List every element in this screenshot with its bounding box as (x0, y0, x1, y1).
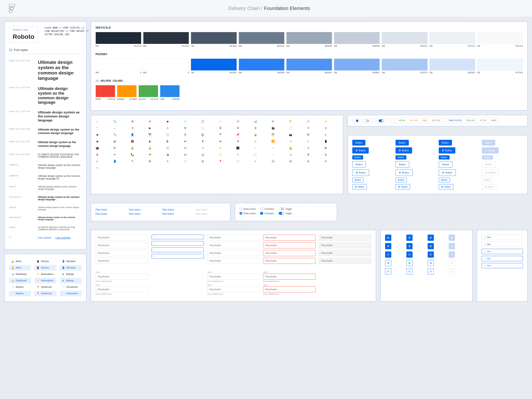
button-0-5[interactable]: Button (352, 178, 364, 182)
swatch-helper-ERROR[interactable]: ERROR#F44336 (95, 85, 115, 100)
plain-button[interactable]: Plain button (196, 208, 226, 212)
plain-buttons-frame[interactable]: Plain buttonPlain buttonPlain buttonPlai… (91, 203, 230, 221)
icon-40[interactable]: ⦿ (306, 133, 310, 136)
icon-11[interactable]: 📁 (289, 120, 292, 123)
icon-4[interactable]: ◆ (166, 120, 169, 123)
button-3-2[interactable]: Button (482, 155, 493, 159)
text-input[interactable] (319, 242, 371, 248)
icon-93[interactable]: ✓ (254, 159, 257, 163)
icon-button-16[interactable]: ⊙ (385, 268, 391, 274)
icon-49[interactable]: ≫ (218, 139, 222, 143)
toggle-off[interactable]: Toggle (279, 208, 292, 210)
text-input[interactable] (95, 258, 148, 264)
icon-70[interactable]: ⊗ (95, 153, 99, 156)
icon-47[interactable]: ≪ (184, 139, 187, 143)
icon-36[interactable]: 📌 (236, 133, 240, 136)
icon-87[interactable]: ⚙ (148, 159, 152, 163)
icon-88[interactable]: ≡ (166, 159, 169, 163)
link-underline[interactable]: Link underline (55, 236, 71, 239)
menu-item-settings[interactable]: ⚙Settings (60, 271, 82, 277)
icon-buttons-frame[interactable]: ⊕⊕⊕⊕⊕⊕⊕⊕⊙⊙⊙⊙⊕⊕⊕⊕⊙⊙⊙⊙ (380, 230, 472, 302)
button-3-6[interactable]: Button (482, 184, 497, 190)
icon-82[interactable]: ⬇ (306, 153, 310, 156)
text-input[interactable] (207, 235, 260, 241)
box-item[interactable]: ⬚Box (481, 256, 523, 261)
icon-98[interactable]: + (95, 166, 99, 170)
icon-85[interactable]: 👤 (113, 159, 117, 163)
icon-button-11[interactable]: ⊙ (449, 252, 455, 258)
icon-5[interactable]: 📄 (184, 120, 187, 123)
menu-item-geofences[interactable]: 📍Geofences (34, 284, 56, 290)
text-input-labeled[interactable] (207, 286, 260, 292)
swatch-greyscale-200[interactable]: 200#F2F2F2 (429, 32, 475, 47)
swatch-greyscale-700[interactable]: 700#8C8C8C (191, 32, 237, 47)
plain-button[interactable]: Plain button (95, 212, 126, 216)
plain-button[interactable]: Plain button (129, 208, 159, 212)
menu-item-devices[interactable]: 📱Devices (34, 265, 56, 271)
icon-button-13[interactable]: ⊕ (406, 260, 412, 266)
box-item[interactable]: ⬚Box (481, 249, 523, 254)
icon-16[interactable]: ✕ (131, 126, 134, 130)
box-item[interactable]: ⬚Box (481, 263, 523, 268)
icon-18[interactable]: ⚠ (166, 126, 169, 130)
icon-button-10[interactable]: ⊙ (428, 252, 434, 258)
icon-8[interactable]: ⓘ (236, 120, 240, 123)
icon-46[interactable]: 🗑 (166, 139, 169, 143)
toggle-chip[interactable] (362, 118, 371, 123)
icon-13[interactable]: ⚡ (324, 120, 328, 123)
icon-button-18[interactable]: ⊙ (428, 268, 434, 274)
menu-item-automations[interactable]: ⚡Automations (34, 271, 56, 277)
menu-item-documents[interactable]: 📄Documents (60, 284, 82, 290)
icon-92[interactable]: ⬚ (236, 159, 240, 163)
icon-button-12[interactable]: ⊕ (385, 260, 391, 266)
icon-28[interactable]: ◉ (95, 133, 99, 136)
icon-15[interactable]: ⌄ (113, 126, 117, 130)
icon-38[interactable]: ⏰ (271, 133, 275, 136)
icon-44[interactable]: 🔇 (131, 139, 134, 143)
text-input-labeled[interactable] (95, 274, 148, 279)
icon-21[interactable]: ☰ (218, 126, 222, 130)
icon-9[interactable]: 📊 (254, 120, 257, 123)
plain-button[interactable]: Plain button (129, 212, 159, 216)
text-input[interactable] (151, 247, 204, 252)
icon-79[interactable]: ⬚ (254, 153, 257, 156)
text-input-labeled[interactable] (263, 274, 316, 279)
icon-69[interactable]: ⊞ (324, 146, 328, 150)
icon-34[interactable]: 🏠 (201, 133, 204, 136)
plain-button[interactable]: Plain button (95, 208, 126, 212)
text-input[interactable] (95, 235, 148, 241)
icon-57[interactable]: 👁 (113, 146, 117, 150)
icon-button-4[interactable]: ⊕ (385, 243, 391, 249)
button-2-4[interactable]: Button (439, 169, 456, 176)
text-input[interactable] (263, 258, 316, 264)
button-3-1[interactable]: Button (482, 147, 499, 153)
button-3-5[interactable]: Button (482, 178, 493, 182)
button-1-1[interactable]: Button (395, 147, 412, 153)
icon-58[interactable]: 🔒 (131, 146, 134, 150)
icon-59[interactable]: 🔓 (148, 146, 152, 150)
menu-item-dashboard[interactable]: 📊Dashboard (9, 271, 31, 277)
icon-86[interactable]: ✎ (131, 159, 134, 163)
button-2-0[interactable]: Button (439, 140, 452, 146)
icon-22[interactable]: ⬇ (236, 126, 240, 130)
icon-button-5[interactable]: ⊕ (406, 243, 412, 249)
icon-73[interactable]: 👁 (148, 153, 152, 156)
plain-button[interactable]: Plain button (162, 208, 192, 212)
icon-52[interactable]: 📶 (271, 139, 275, 143)
text-input[interactable] (207, 250, 260, 256)
icon-35[interactable]: 📍 (218, 133, 222, 136)
icon-61[interactable]: 🏷 (184, 146, 187, 150)
button-2-2[interactable]: Button (439, 155, 450, 159)
button-2-1[interactable]: Button (439, 147, 455, 153)
button-1-2[interactable]: Button (395, 155, 406, 159)
button-1-4[interactable]: Button (395, 169, 412, 176)
menu-item-alerts[interactable]: 🔔Alerts (9, 265, 31, 271)
button-1-5[interactable]: Button (395, 178, 407, 182)
icon-68[interactable]: ↪ (306, 146, 310, 150)
text-input[interactable] (151, 254, 204, 259)
icon-29[interactable]: 🔍 (113, 133, 117, 136)
text-input[interactable] (263, 250, 316, 256)
icon-button-17[interactable]: ⊙ (406, 268, 412, 274)
colors-frame[interactable]: GREYSCALE900#1F2529800#25292E700#8C8C8C6… (91, 21, 528, 111)
menu-item-members[interactable]: 👤Members (60, 259, 82, 264)
